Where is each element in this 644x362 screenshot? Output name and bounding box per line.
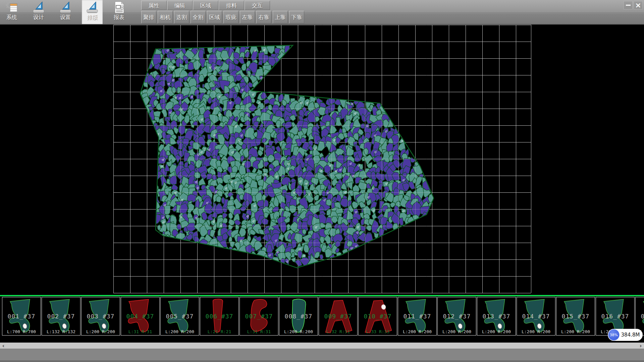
thumbnail-009_#37[interactable]: 009_#37 L:32 R:31 bbox=[319, 297, 358, 336]
tool-button-4[interactable]: 全割 bbox=[191, 11, 206, 23]
minimize-icon bbox=[626, 5, 631, 6]
piece-shape-icon bbox=[6, 298, 37, 335]
status-bar bbox=[0, 349, 644, 362]
thumbnail-013_#37[interactable]: 013_#37 L:200 R:200 bbox=[477, 297, 516, 336]
app-button-label: 设置 bbox=[60, 14, 71, 21]
close-button[interactable]: × bbox=[634, 1, 643, 9]
thumbnail-003_#37[interactable]: 003_#37 L:200 R:200 bbox=[81, 297, 120, 336]
piece-thumbnail-strip: 001_#37 L:700 R:700 002_#37 L:132 R:132 … bbox=[0, 297, 644, 336]
tool-button-8[interactable]: 右靠 bbox=[256, 11, 271, 23]
menu-tab-4[interactable]: 排料 bbox=[219, 1, 244, 10]
settings-ruler-icon bbox=[59, 1, 72, 14]
progress-circle: 38% bbox=[608, 329, 620, 341]
app-button-4[interactable]: 排版 bbox=[82, 0, 103, 24]
piece-shape-icon bbox=[46, 298, 77, 335]
app-button-5[interactable]: 报表 bbox=[109, 0, 129, 24]
thumbnail-008_#37[interactable]: 008_#37 L:200 R:200 bbox=[279, 297, 318, 336]
piece-shape-icon bbox=[86, 298, 116, 335]
piece-shape-icon bbox=[323, 298, 354, 335]
horizontal-scrollbar[interactable]: ‹ › bbox=[0, 343, 644, 349]
scroll-right-icon[interactable]: › bbox=[637, 343, 644, 349]
thumbnail-014_#37[interactable]: 014_#37 L:200 R:200 bbox=[517, 297, 555, 336]
tool-button-1[interactable]: 聚排 bbox=[141, 11, 156, 23]
tool-button-2[interactable]: 相机 bbox=[158, 11, 173, 23]
status-badge: 38% 384.8M bbox=[608, 329, 643, 341]
app-button-group: 系统 设计 设置 排版 bbox=[1, 0, 136, 24]
piece-shape-icon bbox=[363, 298, 393, 335]
app-button-label: 排版 bbox=[87, 14, 98, 21]
tool-button-7[interactable]: 左靠 bbox=[240, 11, 255, 23]
piece-shape-icon bbox=[481, 298, 512, 335]
piece-shape-icon bbox=[640, 298, 644, 335]
nesting-canvas[interactable] bbox=[0, 25, 644, 295]
menu-tab-2[interactable]: 编辑 bbox=[167, 1, 193, 10]
piece-shape-icon bbox=[244, 298, 275, 335]
minimize-button[interactable] bbox=[624, 1, 633, 9]
thumbnail-004_#37[interactable]: 004_#37 L:31 R:31 bbox=[121, 297, 160, 336]
tool-button-3[interactable]: 选割 bbox=[174, 11, 189, 23]
close-icon: × bbox=[635, 2, 641, 9]
piece-shape-icon bbox=[125, 298, 156, 335]
scroll-left-icon[interactable]: ‹ bbox=[0, 343, 7, 349]
app-button-3[interactable]: 设置 bbox=[55, 0, 76, 24]
app-button-1[interactable]: 系统 bbox=[1, 0, 22, 24]
thumbnail-005_#37[interactable]: 005_#37 L:200 R:200 bbox=[160, 297, 199, 336]
menu-tab-3[interactable]: 区域 bbox=[193, 1, 218, 10]
menu-tab-5[interactable]: 交互 bbox=[245, 1, 270, 10]
design-ruler-icon bbox=[32, 1, 45, 14]
thumbnail-002_#37[interactable]: 002_#37 L:132 R:132 bbox=[42, 297, 80, 336]
system-gear-icon bbox=[5, 1, 18, 14]
thumbnail-001_#37[interactable]: 001_#37 L:700 R:700 bbox=[2, 297, 41, 336]
thumbnail-007_#37[interactable]: 007_#37 L:31 R:31 bbox=[239, 297, 278, 336]
piece-shape-icon bbox=[560, 298, 591, 335]
application-window: 系统 设计 设置 排版 bbox=[0, 0, 644, 362]
tool-button-10[interactable]: 下靠 bbox=[289, 11, 304, 23]
thumbnail-011_#37[interactable]: 011_#37 L:200 R:200 bbox=[398, 297, 437, 336]
layout-ruler-icon bbox=[86, 1, 99, 14]
piece-shape-icon bbox=[283, 298, 314, 335]
piece-shape-icon bbox=[442, 298, 473, 335]
tool-button-9[interactable]: 上靠 bbox=[273, 11, 288, 23]
thumbnail-010_#37[interactable]: 010_#37 L:33 R:33 bbox=[358, 297, 397, 336]
tool-button-5[interactable]: 区域 bbox=[207, 11, 222, 23]
separator-line bbox=[0, 295, 644, 296]
tool-button-6[interactable]: 瑕疵 bbox=[223, 11, 238, 23]
memory-value: 384.8M bbox=[620, 332, 643, 338]
app-button-label: 设计 bbox=[33, 14, 44, 21]
report-doc-icon bbox=[112, 1, 126, 14]
thumbnail-012_#37[interactable]: 012_#37 L:200 R:200 bbox=[437, 297, 476, 336]
tool-button-row: 聚排相机选割全割区域瑕疵左靠右靠上靠下靠 bbox=[141, 11, 306, 23]
window-controls: × bbox=[623, 1, 643, 9]
app-button-label: 系统 bbox=[6, 14, 17, 21]
toolbar: 系统 设计 设置 排版 bbox=[0, 0, 644, 25]
piece-shape-icon bbox=[204, 298, 235, 335]
progress-percent: 38% bbox=[610, 333, 618, 337]
menu-tab-1[interactable]: 属性 bbox=[141, 1, 167, 10]
app-button-label: 报表 bbox=[114, 14, 124, 21]
piece-shape-icon bbox=[402, 298, 433, 335]
thumbnail-015_#37[interactable]: 015_#37 L:200 R:200 bbox=[556, 297, 595, 336]
piece-shape-icon bbox=[165, 298, 196, 335]
menu-tab-row: 属性编辑区域排料交互 bbox=[141, 1, 270, 10]
thumbnail-006_#37[interactable]: 006_#37 L:21 R:21 bbox=[200, 297, 239, 336]
app-button-2[interactable]: 设计 bbox=[28, 0, 49, 24]
piece-shape-icon bbox=[521, 298, 552, 335]
